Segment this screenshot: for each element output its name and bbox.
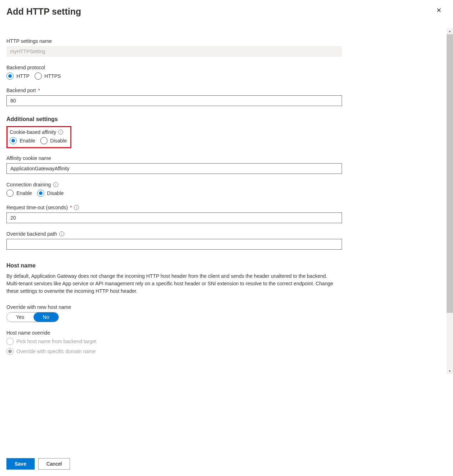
cancel-button[interactable]: Cancel: [38, 458, 70, 470]
override-hostname-yes[interactable]: Yes: [7, 312, 34, 322]
protocol-https-radio[interactable]: HTTPS: [35, 72, 61, 80]
override-hostname-toggle[interactable]: Yes No: [6, 312, 59, 322]
override-hostname-no[interactable]: No: [34, 312, 59, 322]
info-icon[interactable]: i: [74, 205, 79, 210]
backend-port-input[interactable]: [6, 95, 342, 106]
disable-label: Disable: [50, 138, 67, 144]
override-newhost-label: Override with new host name: [6, 304, 342, 310]
info-icon[interactable]: i: [58, 130, 63, 135]
cookie-affinity-enable-radio[interactable]: Enable: [10, 137, 35, 144]
protocol-http-label: HTTP: [16, 73, 30, 79]
save-button[interactable]: Save: [6, 458, 35, 470]
cookie-affinity-disable-radio[interactable]: Disable: [40, 137, 67, 144]
info-icon[interactable]: i: [59, 231, 64, 236]
request-timeout-input[interactable]: [6, 212, 342, 223]
disable-label: Disable: [47, 190, 64, 196]
pick-from-backend-label: Pick host name from backend target: [16, 339, 96, 344]
backend-protocol-label: Backend protocol: [6, 65, 342, 70]
override-backend-path-input[interactable]: [6, 239, 342, 250]
host-name-heading: Host name: [6, 262, 342, 269]
scroll-up-icon[interactable]: ▲: [447, 28, 453, 34]
backend-port-label: Backend port: [6, 87, 36, 93]
cookie-affinity-label: Cookie-based affinity: [10, 129, 56, 135]
hostname-override-label: Host name override: [6, 330, 342, 336]
info-icon[interactable]: i: [53, 182, 58, 187]
override-specific-radio: Override with specific domain name: [6, 348, 342, 355]
page-title: Add HTTP setting: [6, 6, 81, 17]
enable-label: Enable: [16, 190, 32, 196]
affinity-cookie-name-input[interactable]: [6, 163, 342, 174]
close-icon[interactable]: ✕: [433, 6, 444, 14]
request-timeout-label: Request time-out (seconds): [6, 205, 68, 210]
additional-settings-heading: Additional settings: [6, 116, 342, 122]
pick-from-backend-radio: Pick host name from backend target: [6, 338, 342, 345]
override-backend-path-label: Override backend path: [6, 231, 57, 237]
scroll-down-icon[interactable]: ▼: [447, 368, 453, 374]
protocol-http-radio[interactable]: HTTP: [6, 72, 30, 80]
connection-drain-disable-radio[interactable]: Disable: [37, 190, 64, 197]
connection-drain-enable-radio[interactable]: Enable: [6, 190, 32, 197]
http-settings-name-label: HTTP settings name: [6, 38, 342, 44]
protocol-https-label: HTTPS: [45, 73, 61, 79]
connection-draining-label: Connection draining: [6, 182, 51, 187]
http-settings-name-input[interactable]: [6, 46, 342, 57]
host-name-description: By default, Application Gateway does not…: [6, 272, 335, 295]
scrollbar[interactable]: ▲ ▼: [447, 28, 453, 374]
scroll-thumb[interactable]: [447, 34, 453, 313]
required-indicator: *: [38, 87, 40, 93]
cookie-affinity-highlight: Cookie-based affinity i Enable Disable: [6, 126, 71, 148]
enable-label: Enable: [20, 138, 35, 144]
override-specific-label: Override with specific domain name: [16, 349, 96, 354]
affinity-cookie-name-label: Affinity cookie name: [6, 155, 342, 161]
required-indicator: *: [70, 205, 72, 210]
